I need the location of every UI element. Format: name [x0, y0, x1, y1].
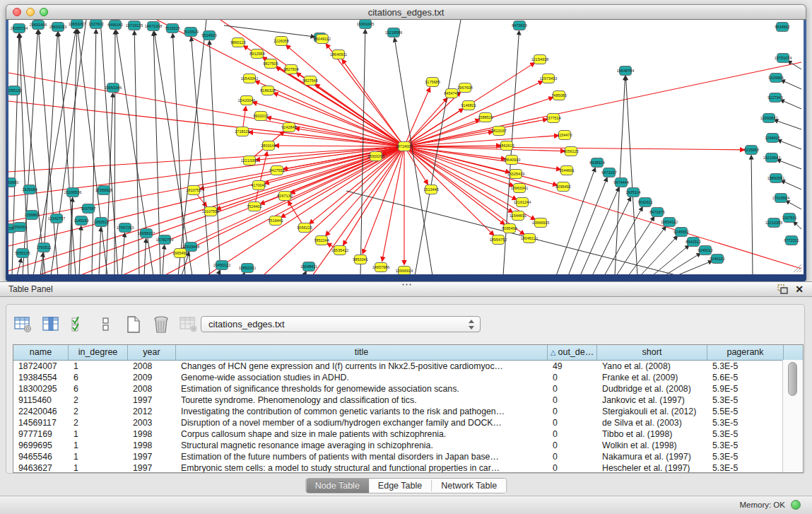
- table-row[interactable]: 969969511998Structural magnetic resonanc…: [13, 440, 803, 451]
- table-row[interactable]: 1830029562008Estimation of significance …: [13, 383, 803, 395]
- graph-node-label: 8186328: [260, 88, 275, 93]
- graph-node-label: 12342757: [48, 216, 65, 221]
- tab-node-table[interactable]: Node Table: [306, 479, 369, 493]
- table-row[interactable]: 946554611997Estimation of the future num…: [13, 451, 803, 462]
- graph-node-label: 12973493: [540, 76, 557, 81]
- cell-pagerank: 5.3E-5: [707, 361, 784, 372]
- table-panel-header: Table Panel ✕: [0, 281, 812, 297]
- graph-node-label: 10543342: [241, 76, 258, 81]
- graph-edge: [404, 81, 543, 146]
- column-header-short[interactable]: short: [597, 345, 707, 360]
- graph-node-label: 9097587: [81, 206, 95, 211]
- panel-divider-grip[interactable]: [401, 283, 411, 286]
- cell-year: 2012: [128, 406, 176, 417]
- cell-year: 2003: [128, 417, 176, 428]
- close-panel-icon[interactable]: ✕: [795, 284, 804, 294]
- import-table-disabled-icon: [180, 316, 198, 333]
- network-canvas[interactable]: 2435572420691406286931931065326713276026…: [8, 20, 804, 274]
- cell-out_de: 0: [548, 440, 597, 451]
- table-vertical-scrollbar[interactable]: [782, 360, 803, 472]
- delete-column-button[interactable]: [151, 315, 171, 334]
- graph-edge: [652, 245, 689, 274]
- graph-node-label: 18640911: [330, 52, 347, 57]
- graph-edge: [163, 245, 165, 274]
- network-graph[interactable]: 2435572420691406286931931065326713276026…: [8, 20, 804, 274]
- table-row[interactable]: 2242004622012Investigating the contribut…: [13, 406, 803, 417]
- column-header-pagerank[interactable]: pagerank: [707, 345, 784, 360]
- tab-edge-table[interactable]: Edge Table: [369, 479, 431, 493]
- show-column-button[interactable]: [41, 315, 61, 334]
- graph-node-label: 12161244: [514, 200, 531, 204]
- graph-node-label: 1929184: [22, 187, 37, 192]
- graph-edge: [122, 233, 124, 274]
- resize-grip[interactable]: [791, 262, 802, 273]
- window-titlebar[interactable]: citations_edges.txt: [6, 4, 806, 20]
- cell-title: Tourette syndrome. Phenomenology and cla…: [176, 395, 548, 406]
- graph-edge: [172, 34, 185, 274]
- graph-node-label: 15892951: [767, 176, 784, 180]
- graph-edge: [304, 271, 306, 274]
- sort-ascending-icon: △: [551, 349, 556, 356]
- float-panel-icon[interactable]: [777, 284, 788, 294]
- cell-out_de: 0: [548, 462, 597, 473]
- graph-node-label: 1513445: [423, 187, 438, 192]
- unselect-all-columns-button[interactable]: [96, 315, 116, 334]
- table-row[interactable]: 977716911998Corpus callosum shape and si…: [13, 428, 803, 440]
- graph-node-label: 11544691: [510, 214, 526, 218]
- graph-node-label: 10966914: [396, 269, 413, 273]
- cell-name: 9115460: [13, 395, 69, 406]
- combo-stepper-icon: [468, 319, 475, 330]
- graph-node-label: 8454749: [444, 91, 459, 95]
- table-row[interactable]: 1872400712008Changes of HCN gene express…: [13, 361, 803, 372]
- graph-node-label: 17957253: [117, 226, 134, 230]
- graph-edge: [751, 156, 753, 274]
- graph-node-label: 1965493: [172, 251, 187, 255]
- column-header-in_degree[interactable]: in_degree: [69, 345, 128, 360]
- cell-in_degree: 6: [69, 383, 128, 395]
- cell-pagerank: 5.6E-5: [707, 372, 784, 383]
- table-row[interactable]: 1938455462009Genome-wide association stu…: [13, 372, 803, 383]
- cell-in_degree: 1: [69, 428, 128, 440]
- table-row[interactable]: 946362711997Embryonic stem cells: a mode…: [13, 462, 803, 473]
- graph-node-label: 1377514: [546, 116, 560, 120]
- graph-node-label: 12213392: [241, 158, 258, 163]
- trash-icon: [153, 315, 170, 334]
- scrollbar-thumb[interactable]: [788, 362, 797, 396]
- cell-pagerank: 5.9E-5: [707, 383, 784, 395]
- cell-out_de: 0: [548, 406, 597, 417]
- graph-node-label: 9827504: [283, 67, 298, 71]
- graph-node-label: 8471676: [649, 210, 664, 214]
- column-header-name[interactable]: name: [13, 345, 69, 360]
- graph-node-label: 8941512: [686, 240, 700, 244]
- graph-edge: [59, 33, 76, 274]
- graph-edge: [676, 261, 712, 274]
- create-column-button[interactable]: [124, 315, 143, 334]
- select-all-columns-button[interactable]: [69, 315, 88, 334]
- table-row[interactable]: 911546021997Tourette syndrome. Phenomeno…: [13, 395, 803, 406]
- tab-network-table[interactable]: Network Table: [432, 479, 506, 493]
- memory-status-indicator[interactable]: [791, 500, 801, 510]
- graph-edge: [206, 146, 404, 274]
- table-mode-tabs: Node Table Edge Table Network Table: [305, 478, 507, 493]
- cell-title: Structural magnetic resonance image aver…: [176, 440, 548, 451]
- graph-edge: [404, 136, 558, 146]
- graph-edge: [79, 226, 81, 274]
- column-header-year[interactable]: year: [128, 345, 176, 360]
- graph-edge: [664, 253, 700, 274]
- import-table-button[interactable]: [179, 315, 199, 334]
- graph-node-label: 9227343: [767, 95, 782, 100]
- table-settings-button[interactable]: [13, 315, 33, 334]
- cell-pagerank: 5.3E-5: [707, 462, 784, 473]
- column-header-title[interactable]: title: [176, 345, 548, 360]
- table-row[interactable]: 1456911722003Disruption of a novel membe…: [13, 417, 803, 428]
- graph-edge: [640, 236, 678, 274]
- table-selector[interactable]: citations_edges.txt: [201, 316, 481, 332]
- graph-node-label: 14671338: [145, 24, 162, 28]
- graph-node-label: 8095493: [502, 226, 517, 230]
- graph-edge: [794, 221, 801, 229]
- graph-node-label: 8095492: [555, 185, 570, 189]
- cell-year: 1998: [128, 428, 176, 440]
- graph-node-label: 8267130: [277, 194, 292, 198]
- column-header-out_de[interactable]: △out_de…: [548, 345, 597, 360]
- graph-edge: [8, 101, 404, 146]
